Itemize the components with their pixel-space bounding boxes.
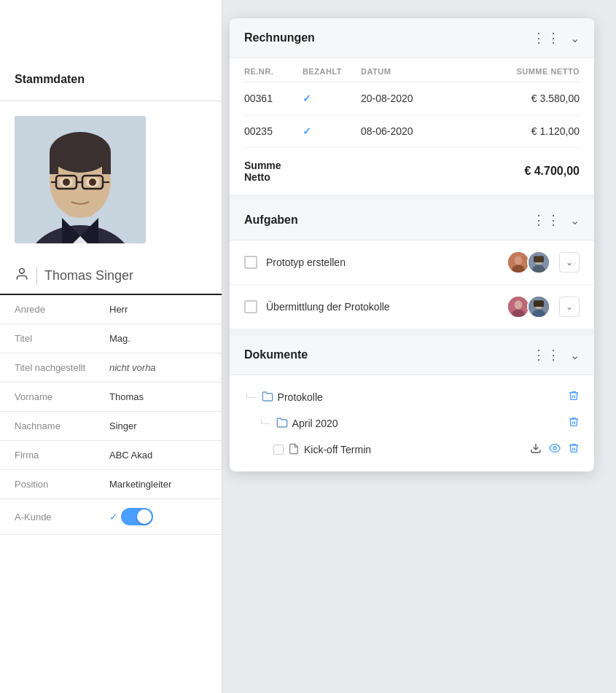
- aufgaben-header: Aufgaben ⋮⋮ ⌄: [230, 200, 594, 240]
- datum-1: 20-08-2020: [361, 93, 448, 104]
- dokumente-title: Dokumente: [244, 348, 308, 361]
- rechnungen-chevron-icon[interactable]: ⌄: [570, 31, 580, 45]
- label-akunde: A-Kunde: [15, 512, 109, 522]
- toggle-akunde[interactable]: [121, 508, 153, 525]
- task-row-2: Übermittlung der Protokolle: [230, 285, 594, 329]
- task-avatar-d: [527, 295, 550, 318]
- dokumente-dots-icon[interactable]: ⋮⋮: [532, 347, 561, 363]
- table-row: 00361 ✓ 20-08-2020 € 3.580,00: [244, 82, 580, 115]
- datum-2: 08-06-2020: [361, 125, 448, 137]
- trash-icon-protokolle[interactable]: [568, 390, 580, 404]
- task-avatar-b: [527, 251, 550, 274]
- aufgaben-title: Aufgaben: [244, 214, 298, 227]
- field-titel: Titel Mag.: [0, 324, 222, 353]
- avatar-container: [0, 101, 222, 258]
- tree-actions-april: [568, 416, 580, 431]
- task-row-1: Prototyp erstellen: [230, 240, 594, 285]
- field-titel-nachgestellt: Titel nachgestellt nicht vorha: [0, 353, 222, 383]
- value-titel-nachgestellt: nicht vorha: [109, 362, 156, 373]
- value-vorname: Thomas: [109, 391, 144, 402]
- rechnungen-header: Rechnungen ⋮⋮ ⌄: [230, 18, 594, 58]
- task-avatars-1: [507, 251, 550, 274]
- dokumente-chevron-icon[interactable]: ⌄: [570, 348, 580, 362]
- task-checkbox-2[interactable]: [244, 300, 257, 313]
- svg-rect-5: [50, 152, 58, 174]
- avatar: [15, 116, 146, 243]
- trash-icon-kickoff[interactable]: [568, 442, 580, 457]
- col-header-summe: SUMME NETTO: [448, 67, 580, 76]
- user-name: Thomas Singer: [44, 268, 133, 283]
- task-checkbox-1[interactable]: [244, 256, 257, 269]
- table-row: 00235 ✓ 08-06-2020 € 1.120,00: [244, 115, 580, 148]
- summe-2: € 1.120,00: [448, 125, 580, 137]
- svg-point-18: [515, 256, 523, 265]
- rechnungen-controls: ⋮⋮ ⌄: [532, 30, 580, 46]
- table-header: RE.NR. BEZAHLT DATUM SUMME NETTO: [244, 58, 580, 82]
- stammdaten-header: Stammdaten: [0, 58, 222, 101]
- right-panel: Rechnungen ⋮⋮ ⌄ RE.NR. BEZAHLT DATUM SUM…: [230, 18, 594, 471]
- tree-connector-1: └─: [244, 393, 256, 402]
- task-label-1: Prototyp erstellen: [266, 257, 498, 268]
- label-firma: Firma: [15, 450, 109, 461]
- tree-label-kickoff: Kick-off Termin: [304, 444, 526, 455]
- task-expand-2[interactable]: ⌄: [559, 297, 580, 317]
- field-nachname: Nachname Singer: [0, 412, 222, 441]
- eye-icon-kickoff[interactable]: [549, 442, 561, 457]
- left-panel: Stammdaten: [0, 0, 222, 693]
- tree-actions-protokolle: [568, 390, 580, 404]
- aufgaben-dots-icon[interactable]: ⋮⋮: [532, 212, 561, 228]
- aufgaben-chevron-icon[interactable]: ⌄: [570, 214, 580, 227]
- value-firma: ABC Akad: [109, 450, 152, 461]
- tree-checkbox-kickoff[interactable]: [273, 445, 284, 455]
- svg-point-16: [20, 269, 25, 274]
- trash-icon-april[interactable]: [568, 416, 580, 431]
- label-nachname: Nachname: [15, 420, 109, 431]
- stammdaten-label: Stammdaten: [15, 73, 85, 85]
- task-avatars-2: [507, 295, 550, 318]
- tree-item-kickoff: Kick-off Termin: [244, 436, 580, 463]
- bezahlt-2: ✓: [303, 125, 361, 137]
- label-position: Position: [15, 479, 109, 490]
- svg-point-15: [89, 179, 96, 186]
- folder-icon-april: [276, 417, 288, 431]
- task-expand-1[interactable]: ⌄: [559, 252, 580, 273]
- field-firma: Firma ABC Akad: [0, 441, 222, 470]
- label-vorname: Vorname: [15, 391, 109, 402]
- tree-item-protokolle: └─ Protokolle: [244, 384, 580, 410]
- dokumente-section: Dokumente ⋮⋮ ⌄ └─ Protokolle: [230, 329, 594, 471]
- toggle-akunde-container: ✓: [109, 508, 153, 525]
- folder-icon-protokolle: [262, 391, 273, 404]
- value-nachname: Singer: [109, 420, 137, 431]
- col-header-renr: RE.NR.: [244, 67, 303, 76]
- svg-rect-6: [102, 152, 111, 174]
- dokumente-controls: ⋮⋮ ⌄: [532, 347, 580, 363]
- svg-point-14: [63, 179, 70, 186]
- col-header-bezahlt: BEZAHLT: [303, 67, 361, 76]
- field-anrede: Anrede Herr: [0, 295, 222, 324]
- dokumente-tree: └─ Protokolle: [230, 375, 594, 471]
- download-icon-kickoff[interactable]: [530, 442, 542, 457]
- svg-rect-22: [534, 256, 544, 262]
- label-titel-nachgestellt: Titel nachgestellt: [15, 362, 109, 373]
- renr-2: 00235: [244, 125, 303, 137]
- renr-1: 00361: [244, 93, 303, 104]
- aufgaben-controls: ⋮⋮ ⌄: [532, 212, 580, 228]
- name-divider: [36, 267, 37, 285]
- svg-point-25: [515, 300, 523, 309]
- field-akunde: A-Kunde ✓: [0, 499, 222, 535]
- user-name-row: Thomas Singer: [0, 258, 222, 295]
- svg-point-32: [553, 447, 556, 450]
- bezahlt-1: ✓: [303, 93, 361, 104]
- total-amount: € 4.700,00: [448, 165, 580, 178]
- aufgaben-section: Aufgaben ⋮⋮ ⌄ Prototyp erstellen: [230, 195, 594, 329]
- tree-connector-2: └─: [259, 419, 270, 428]
- label-titel: Titel: [15, 333, 109, 344]
- rechnungen-dots-icon[interactable]: ⋮⋮: [532, 30, 561, 46]
- field-position: Position Marketingleiter: [0, 470, 222, 499]
- dokumente-header: Dokumente ⋮⋮ ⌄: [230, 335, 594, 375]
- rechnungen-title: Rechnungen: [244, 31, 315, 44]
- tree-label-april: April 2020: [292, 418, 564, 429]
- svg-rect-29: [534, 300, 544, 307]
- checkmark-icon: ✓: [109, 511, 118, 522]
- total-row: Summe Netto € 4.700,00: [244, 148, 580, 195]
